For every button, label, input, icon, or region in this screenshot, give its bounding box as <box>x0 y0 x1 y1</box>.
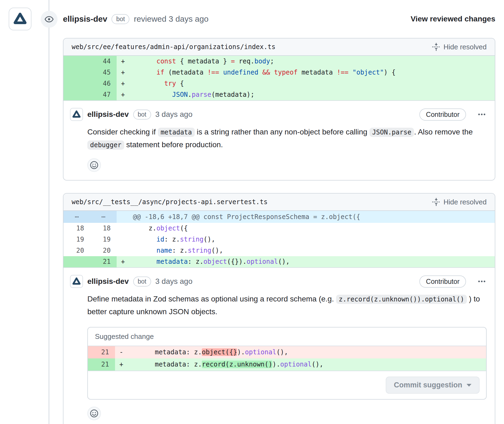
line-number[interactable]: 18 <box>63 223 90 234</box>
reviewer-name[interactable]: ellipsis-dev <box>63 14 107 24</box>
code-token: ) { <box>384 69 395 76</box>
comment-text: is a string rather than any non-object b… <box>195 128 369 136</box>
line-number[interactable]: 21 <box>88 346 115 358</box>
code-token: optional <box>280 361 312 368</box>
code-token: (), <box>203 236 215 243</box>
suggested-change-block: Suggested change 21- metadata: z.object(… <box>87 327 487 400</box>
code-token: string <box>188 247 211 254</box>
file-path-link[interactable]: web/src/ee/features/admin-api/organizati… <box>72 43 275 51</box>
hide-resolved-button[interactable]: Hide resolved <box>432 198 487 206</box>
code-line: @@ -18,6 +18,7 @@ const ProjectResponseS… <box>130 211 360 223</box>
comment-timestamp[interactable]: 3 days ago <box>155 277 193 286</box>
code-token: (), <box>278 258 290 265</box>
code-token: ({ <box>180 224 188 232</box>
line-number[interactable]: 19 <box>90 234 117 245</box>
code-token <box>349 69 352 76</box>
code-token: : z. <box>172 247 188 254</box>
line-number[interactable]: 44 <box>90 56 117 67</box>
pull-request-review-page: ellipsis-dev bot reviewed 3 days ago Vie… <box>0 0 504 424</box>
code-token: (), <box>276 348 288 356</box>
commit-suggestion-label: Commit suggestion <box>394 381 462 389</box>
code-token: req. <box>235 57 254 65</box>
code-token: = <box>231 57 235 65</box>
line-number[interactable]: 18 <box>90 223 117 234</box>
code-token: const <box>157 57 176 65</box>
hide-resolved-label: Hide resolved <box>444 43 487 51</box>
line-number[interactable]: ⋯ <box>63 211 90 223</box>
line-number[interactable]: 46 <box>90 78 117 89</box>
code-token: try <box>164 80 176 87</box>
diff-marker <box>117 245 130 256</box>
line-number[interactable] <box>63 256 90 267</box>
code-token: ; <box>270 57 274 65</box>
comment-text: statement before production. <box>124 140 223 149</box>
line-number[interactable] <box>63 67 90 78</box>
code-token: (metadata <box>164 69 208 76</box>
diff-row-add: 21+ metadata: z.object({}).optional(), <box>63 256 495 267</box>
line-number[interactable]: 47 <box>90 89 117 100</box>
bot-badge: bot <box>111 14 129 24</box>
ellipsis-logo-icon <box>13 12 27 26</box>
line-number[interactable]: 20 <box>90 245 117 256</box>
diff-row-hunk: ⋯⋯@@ -18,6 +18,7 @@ const ProjectRespons… <box>63 211 495 223</box>
comment-author[interactable]: ellipsis-dev <box>87 277 129 286</box>
diff-row-context: 1919 id: z.string(), <box>63 234 495 245</box>
comment-text: Consider checking if <box>87 128 158 136</box>
code-token: metadata <box>157 258 188 265</box>
code-token: optional <box>245 348 276 356</box>
add-reaction-button[interactable] <box>87 407 101 420</box>
view-reviewed-changes-link[interactable]: View reviewed changes <box>411 15 495 23</box>
reviewer-avatar[interactable] <box>9 8 31 30</box>
comment-author[interactable]: ellipsis-dev <box>87 110 129 119</box>
line-number[interactable] <box>63 89 90 100</box>
line-number[interactable] <box>63 78 90 89</box>
code-line: name: z.string(), <box>130 245 223 256</box>
code-token: ). <box>272 361 280 368</box>
code-token <box>219 69 223 76</box>
inline-code: z.record(z.unknown()).optional() <box>336 295 467 304</box>
line-number[interactable]: 21 <box>88 358 115 371</box>
diff-marker: + <box>117 89 130 100</box>
commit-suggestion-button[interactable]: Commit suggestion <box>386 377 480 394</box>
line-number[interactable]: 20 <box>63 245 90 256</box>
review-thread-card: web/src/__tests__/async/projects-api.ser… <box>63 193 495 424</box>
kebab-icon <box>477 277 486 286</box>
suggestion-footer: Commit suggestion <box>88 371 486 399</box>
diff-row-add: 21+ metadata: z.record(z.unknown()).opti… <box>88 358 486 371</box>
code-token: object <box>157 224 180 232</box>
diff-marker <box>117 234 130 245</box>
line-number[interactable]: 45 <box>90 67 117 78</box>
code-token: : z. <box>164 236 180 243</box>
fold-icon <box>432 43 440 51</box>
code-token: object <box>203 258 227 265</box>
comment-avatar[interactable] <box>70 108 83 121</box>
comment-header: ellipsis-dev bot 3 days ago Contributor <box>70 275 488 288</box>
code-line: metadata: z.record(z.unknown()).optional… <box>129 358 323 371</box>
line-number[interactable] <box>63 56 90 67</box>
diff-row-context: 2020 name: z.string(), <box>63 245 495 256</box>
kebab-menu-button[interactable] <box>477 110 486 119</box>
comment-timestamp[interactable]: 3 days ago <box>155 110 193 119</box>
code-token: (), <box>211 247 223 254</box>
code-token: metadata: z. <box>131 348 202 356</box>
code-token <box>133 258 157 265</box>
diff-marker <box>117 223 130 234</box>
kebab-menu-button[interactable] <box>477 277 486 286</box>
code-token: JSON <box>172 91 188 98</box>
hide-resolved-button[interactable]: Hide resolved <box>432 43 487 51</box>
add-reaction-button[interactable] <box>87 158 101 172</box>
code-line: metadata: z.object({}).optional(), <box>130 256 290 267</box>
diff-block: ⋯⋯@@ -18,6 +18,7 @@ const ProjectRespons… <box>63 211 495 268</box>
code-token: record(z.unknown() <box>202 361 272 368</box>
comment-avatar[interactable] <box>70 275 83 288</box>
file-path-link[interactable]: web/src/__tests__/async/projects-api.ser… <box>72 198 267 206</box>
code-token: { metadata } <box>176 57 231 65</box>
kebab-icon <box>477 110 486 119</box>
file-header: web/src/__tests__/async/projects-api.ser… <box>63 194 495 211</box>
line-number[interactable]: 19 <box>63 234 90 245</box>
code-line: metadata: z.object({}).optional(), <box>129 346 288 358</box>
code-line: JSON.parse(metadata); <box>130 89 254 100</box>
line-number[interactable]: ⋯ <box>90 211 117 223</box>
bot-badge: bot <box>133 277 151 287</box>
line-number[interactable]: 21 <box>90 256 117 267</box>
